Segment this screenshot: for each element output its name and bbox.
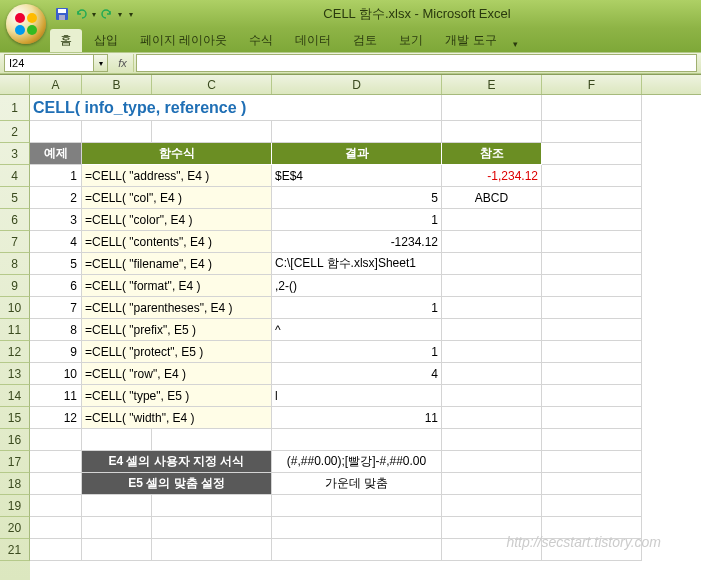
formula-cell[interactable]: =CELL( "col", E4 ) xyxy=(82,187,272,209)
cell-r20-4[interactable] xyxy=(442,517,542,539)
result-cell[interactable]: -1234.12 xyxy=(272,231,442,253)
footer-label-format[interactable]: E4 셀의 사용자 지정 서식 xyxy=(82,451,272,473)
cell-r20-1[interactable] xyxy=(82,517,152,539)
result-cell[interactable]: l xyxy=(272,385,442,407)
example-number[interactable]: 10 xyxy=(30,363,82,385)
cell-e7[interactable] xyxy=(442,231,542,253)
name-box-dropdown-icon[interactable]: ▾ xyxy=(94,54,108,72)
cell-e1[interactable] xyxy=(442,95,542,121)
header-formula[interactable]: 함수식 xyxy=(82,143,272,165)
cell-f18[interactable] xyxy=(542,473,642,495)
example-number[interactable]: 4 xyxy=(30,231,82,253)
column-header-F[interactable]: F xyxy=(542,75,642,94)
row-header-7[interactable]: 7 xyxy=(0,231,30,253)
header-result[interactable]: 결과 xyxy=(272,143,442,165)
row-header-6[interactable]: 6 xyxy=(0,209,30,231)
row-header-13[interactable]: 13 xyxy=(0,363,30,385)
footer-value-format[interactable]: (#,##0.00);[빨강]-#,##0.00 xyxy=(272,451,442,473)
footer-label-align[interactable]: E5 셀의 맞춤 설정 xyxy=(82,473,272,495)
cell-r21-2[interactable] xyxy=(152,539,272,561)
cell-e12[interactable] xyxy=(442,341,542,363)
cell-r21-4[interactable] xyxy=(442,539,542,561)
cell-f8[interactable] xyxy=(542,253,642,275)
cell-e15[interactable] xyxy=(442,407,542,429)
ribbon-tab-4[interactable]: 데이터 xyxy=(285,29,341,52)
cell-f14[interactable] xyxy=(542,385,642,407)
formula-cell[interactable]: =CELL( "type", E5 ) xyxy=(82,385,272,407)
cell-r16-5[interactable] xyxy=(542,429,642,451)
formula-cell[interactable]: =CELL( "prefix", E5 ) xyxy=(82,319,272,341)
row-header-15[interactable]: 15 xyxy=(0,407,30,429)
example-number[interactable]: 8 xyxy=(30,319,82,341)
formula-cell[interactable]: =CELL( "parentheses", E4 ) xyxy=(82,297,272,319)
cell-r19-2[interactable] xyxy=(152,495,272,517)
cell-r21-5[interactable] xyxy=(542,539,642,561)
row-header-14[interactable]: 14 xyxy=(0,385,30,407)
example-number[interactable]: 5 xyxy=(30,253,82,275)
formula-bar[interactable] xyxy=(136,54,697,72)
cell-a18[interactable] xyxy=(30,473,82,495)
formula-cell[interactable]: =CELL( "format", E4 ) xyxy=(82,275,272,297)
header-example[interactable]: 예제 xyxy=(30,143,82,165)
ribbon-tab-7[interactable]: 개발 도구 xyxy=(435,29,506,52)
cell-e6[interactable] xyxy=(442,209,542,231)
row-header-8[interactable]: 8 xyxy=(0,253,30,275)
cell-r16-1[interactable] xyxy=(82,429,152,451)
cell-r19-1[interactable] xyxy=(82,495,152,517)
row-header-21[interactable]: 21 xyxy=(0,539,30,561)
cell-r20-0[interactable] xyxy=(30,517,82,539)
result-cell[interactable]: 5 xyxy=(272,187,442,209)
example-number[interactable]: 11 xyxy=(30,385,82,407)
cell-f10[interactable] xyxy=(542,297,642,319)
ref-e4[interactable]: -1,234.12 xyxy=(442,165,542,187)
row-header-10[interactable]: 10 xyxy=(0,297,30,319)
cell-r19-4[interactable] xyxy=(442,495,542,517)
cell-r19-0[interactable] xyxy=(30,495,82,517)
select-all-corner[interactable] xyxy=(0,75,30,95)
cell-e8[interactable] xyxy=(442,253,542,275)
cell-r19-3[interactable] xyxy=(272,495,442,517)
cell-r21-0[interactable] xyxy=(30,539,82,561)
ribbon-tab-5[interactable]: 검토 xyxy=(343,29,387,52)
cell-r2-2[interactable] xyxy=(152,121,272,143)
redo-dropdown-icon[interactable]: ▾ xyxy=(118,10,122,19)
cell-e10[interactable] xyxy=(442,297,542,319)
cell-a17[interactable] xyxy=(30,451,82,473)
formula-cell[interactable]: =CELL( "color", E4 ) xyxy=(82,209,272,231)
example-number[interactable]: 2 xyxy=(30,187,82,209)
row-header-9[interactable]: 9 xyxy=(0,275,30,297)
insert-function-button[interactable]: fx xyxy=(112,54,134,72)
cell-r16-0[interactable] xyxy=(30,429,82,451)
ribbon-tab-6[interactable]: 보기 xyxy=(389,29,433,52)
cell-r20-5[interactable] xyxy=(542,517,642,539)
result-cell[interactable]: 1 xyxy=(272,209,442,231)
row-header-19[interactable]: 19 xyxy=(0,495,30,517)
column-header-C[interactable]: C xyxy=(152,75,272,94)
cell-f9[interactable] xyxy=(542,275,642,297)
save-icon[interactable] xyxy=(54,6,70,22)
row-header-11[interactable]: 11 xyxy=(0,319,30,341)
example-number[interactable]: 6 xyxy=(30,275,82,297)
cell-f3[interactable] xyxy=(542,143,642,165)
cell-r2-3[interactable] xyxy=(272,121,442,143)
cell-r16-3[interactable] xyxy=(272,429,442,451)
cell-f5[interactable] xyxy=(542,187,642,209)
ribbon-tab-0[interactable]: 홈 xyxy=(50,29,82,52)
formula-cell[interactable]: =CELL( "row", E4 ) xyxy=(82,363,272,385)
formula-cell[interactable]: =CELL( "filename", E4 ) xyxy=(82,253,272,275)
example-number[interactable]: 1 xyxy=(30,165,82,187)
cell-e11[interactable] xyxy=(442,319,542,341)
cell-e9[interactable] xyxy=(442,275,542,297)
example-number[interactable]: 12 xyxy=(30,407,82,429)
row-header-1[interactable]: 1 xyxy=(0,95,30,121)
example-number[interactable]: 3 xyxy=(30,209,82,231)
formula-cell[interactable]: =CELL( "address", E4 ) xyxy=(82,165,272,187)
cell-f12[interactable] xyxy=(542,341,642,363)
column-header-A[interactable]: A xyxy=(30,75,82,94)
footer-value-align[interactable]: 가운데 맞춤 xyxy=(272,473,442,495)
ribbon-tab-2[interactable]: 페이지 레이아웃 xyxy=(130,29,237,52)
header-reference[interactable]: 참조 xyxy=(442,143,542,165)
result-cell[interactable]: 4 xyxy=(272,363,442,385)
ribbon-tab-1[interactable]: 삽입 xyxy=(84,29,128,52)
office-button[interactable] xyxy=(6,4,46,44)
